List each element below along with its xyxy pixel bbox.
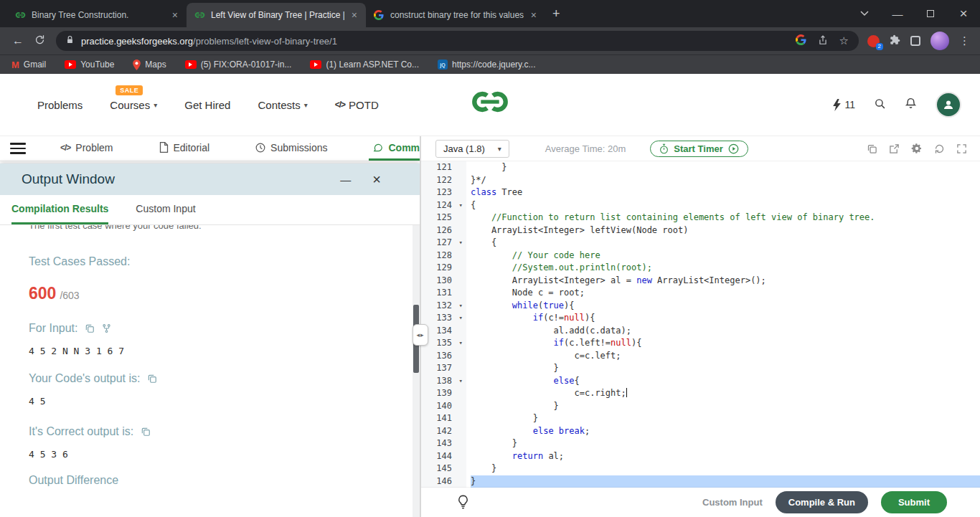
code-line[interactable]: } [471,412,980,425]
browser-profile-avatar[interactable] [930,32,949,50]
minimize-window-button[interactable]: — [881,0,914,27]
notifications-bell-icon[interactable] [905,97,917,113]
bookmark-learn-aspnet[interactable]: (1) Learn ASP.NET Co... [310,60,419,70]
code-line[interactable]: } [471,362,980,375]
code-line[interactable]: c=c.right; [471,387,980,400]
nav-potd[interactable]: </>POTD [335,99,379,111]
code-line[interactable]: if(c.left!=null){ [471,337,980,350]
copy-code-icon[interactable] [867,143,877,154]
gutter-line[interactable]: 130 [421,275,466,288]
code-line[interactable]: // Your code here [471,250,980,262]
browser-tab-binary-tree-construction[interactable]: Binary Tree Construction. × [7,3,187,27]
streak-counter[interactable]: 11 [832,99,855,111]
copy-icon[interactable] [147,374,157,384]
submit-button[interactable]: Submit [881,491,947,513]
bookmark-fix-ora[interactable]: (5) FIX:ORA-01017-in... [185,60,292,70]
code-line[interactable]: //System.out.println(root); [471,262,980,275]
editor-code[interactable]: }}*/class Tree{ //Function to return lis… [466,161,980,488]
hamburger-menu-icon[interactable] [10,136,26,161]
code-line[interactable]: } [471,400,980,413]
gutter-line[interactable]: 141 [421,412,466,425]
code-line[interactable]: else break; [471,425,980,438]
gutter-line[interactable]: 137 [421,362,466,375]
nav-contests[interactable]: Contests▾ [258,99,307,111]
code-line[interactable]: ArrayList<Integer> leftView(Node root) [471,224,980,237]
extension-icon[interactable]: 2 [867,35,880,47]
gutter-line[interactable]: 139 [421,387,466,400]
nav-problems[interactable]: Problems [37,99,83,111]
editor-gutter[interactable]: 121122123124▾125126127▾128129130131132▾1… [421,161,466,488]
tab-problem[interactable]: </> Problem [56,136,118,161]
start-timer-button[interactable]: Start Timer [650,141,748,157]
tab-search-icon[interactable] [848,0,881,27]
google-account-icon[interactable] [796,34,806,47]
reload-button[interactable] [29,34,50,48]
copy-icon[interactable] [85,323,95,333]
code-line[interactable]: }*/ [471,174,980,187]
language-select[interactable]: Java (1.8) ▾ [435,140,509,158]
code-line[interactable]: } [471,463,980,475]
gutter-line[interactable]: 131 [421,287,466,300]
fold-arrow-icon[interactable]: ▾ [459,237,463,250]
browser-tab-left-view-active[interactable]: Left View of Binary Tree | Practice | G … [187,3,366,27]
gutter-line[interactable]: 135▾ [421,337,466,350]
gutter-line[interactable]: 142 [421,425,466,438]
hint-bulb-icon[interactable] [457,494,469,511]
results-scrollbar[interactable] [413,225,420,517]
code-line[interactable]: return al; [471,450,980,463]
gutter-line[interactable]: 127▾ [421,237,466,250]
code-line[interactable]: class Tree [471,186,980,199]
fullscreen-icon[interactable] [956,143,967,154]
gutter-line[interactable]: 140 [421,400,466,413]
code-line[interactable]: } [471,161,980,174]
code-line[interactable]: c=c.left; [471,350,980,363]
nav-get-hired[interactable]: Get Hired [184,99,230,111]
tab-compilation-results[interactable]: Compilation Results [11,195,108,224]
tab-close-icon[interactable]: × [529,9,538,21]
custom-input-link[interactable]: Custom Input [702,497,763,508]
code-line[interactable]: { [471,237,980,250]
side-panel-icon[interactable] [910,36,920,46]
browser-menu-icon[interactable]: ⋮ [959,34,970,47]
code-line[interactable]: { [471,199,980,212]
tab-editorial[interactable]: Editorial [155,136,215,161]
fold-arrow-icon[interactable]: ▾ [459,312,463,325]
copy-icon[interactable] [141,427,151,437]
bookmark-jquery[interactable]: jQhttps://code.jquery.c... [438,60,536,70]
gutter-line[interactable]: 124▾ [421,199,466,212]
fold-arrow-icon[interactable]: ▾ [459,199,463,212]
browser-tab-google-search[interactable]: construct binary tree for this values × [366,3,545,27]
gutter-line[interactable]: 128 [421,250,466,262]
gutter-line[interactable]: 134 [421,325,466,338]
new-tab-button[interactable]: + [552,6,560,22]
gutter-line[interactable]: 133▾ [421,312,466,325]
nav-courses[interactable]: SALE Courses▾ [110,99,157,111]
maximize-window-button[interactable] [914,0,947,27]
close-icon[interactable]: × [372,171,381,188]
gutter-line[interactable]: 145 [421,463,466,475]
tab-close-icon[interactable]: × [171,9,179,21]
gutter-line[interactable]: 138▾ [421,375,466,388]
code-line[interactable]: ArrayList<Integer> al = new ArrayList<In… [471,275,980,288]
gutter-line[interactable]: 129 [421,262,466,275]
compile-run-button[interactable]: Compile & Run [776,491,868,513]
code-line[interactable]: if(c!=null){ [471,312,980,325]
code-editor[interactable]: 121122123124▾125126127▾128129130131132▾1… [421,161,980,488]
compilation-results-panel[interactable]: The first test case where your code fail… [0,225,420,517]
address-bar[interactable]: practice.geeksforgeeks.org/problems/left… [56,31,859,51]
profile-avatar[interactable] [936,92,961,118]
close-window-button[interactable]: × [947,0,980,27]
gutter-line[interactable]: 136 [421,350,466,363]
open-external-icon[interactable] [889,143,900,154]
code-line[interactable]: Node c = root; [471,287,980,300]
gutter-line[interactable]: 132▾ [421,300,466,313]
settings-gear-icon[interactable] [911,143,923,154]
code-line[interactable]: al.add(c.data); [471,325,980,338]
tab-close-icon[interactable]: × [350,9,359,21]
fork-icon[interactable] [102,323,111,333]
fold-arrow-icon[interactable]: ▾ [459,337,463,350]
bookmark-youtube[interactable]: YouTube [65,60,114,70]
share-icon[interactable] [818,35,828,47]
code-line[interactable]: else{ [471,375,980,388]
gutter-line[interactable]: 146 [421,475,466,488]
